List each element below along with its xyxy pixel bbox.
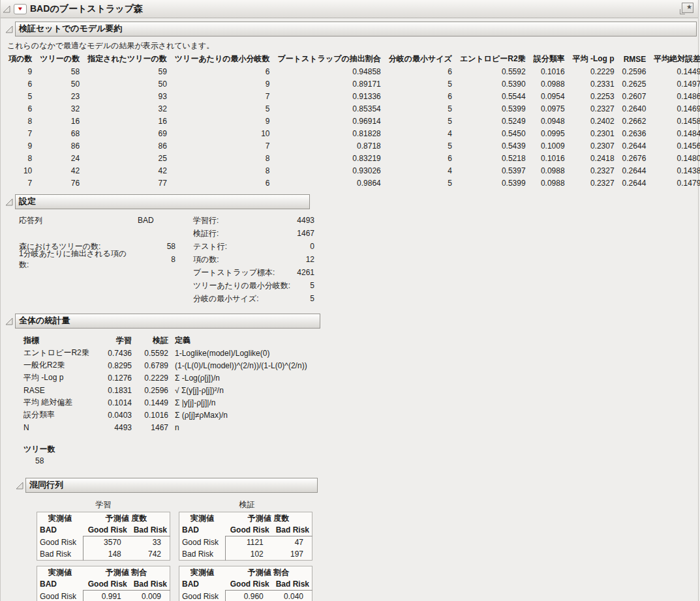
section-header-settings[interactable]: 設定 — [15, 194, 310, 209]
red-triangle-menu-button[interactable]: ▼ — [14, 4, 27, 14]
star-icon: ★ — [686, 3, 692, 10]
bookmark-button[interactable]: ★ — [678, 3, 694, 15]
cell: N — [22, 421, 98, 433]
cell: 0.5218 — [456, 152, 530, 164]
cell: 1121 — [225, 536, 272, 549]
cell: 0.5249 — [456, 115, 530, 127]
column-header: 定義 — [170, 334, 309, 347]
train-group-label: 学習 — [37, 499, 170, 510]
column-header: ツリーの数 — [36, 53, 84, 65]
column-header: 学習 — [98, 334, 133, 347]
cell: 8 — [5, 115, 36, 127]
column-header: ツリーあたりの最小分岐数 — [171, 53, 274, 65]
cell: 9 — [171, 78, 274, 90]
cell: 0.1486 — [650, 90, 700, 102]
column-header: 平均 -Log p — [569, 53, 618, 65]
column-header: Bad Risk — [272, 524, 312, 536]
setting-value: BAD — [136, 216, 175, 225]
cell: 6 — [385, 90, 456, 102]
confusion-table-train-rates: 実測値 予測値 割合 BAD Good Risk Bad Risk Good R… — [37, 566, 170, 601]
tree-count-label: ツリー数 — [23, 444, 698, 456]
table-row: Good Risk 0.991 0.009 — [37, 591, 170, 601]
cell: 4 — [385, 164, 456, 177]
section-row-confusion: 混同行列 — [1, 478, 698, 493]
table-row: 5 23 93 7 0.91336 6 0.5544 0.0954 0.2253… — [5, 90, 700, 102]
cell: 59 — [84, 65, 171, 78]
cell: 0.83219 — [274, 152, 385, 164]
cell: 197 — [272, 548, 312, 561]
cell: 6 — [171, 65, 274, 78]
table-row: RASE 0.1831 0.2596 √ Σ(y[j]-ρ[j])²/n — [22, 384, 309, 396]
cell: 148 — [83, 548, 130, 561]
actual-header: 実測値 — [179, 512, 226, 525]
cell: 0.991 — [83, 591, 130, 601]
outline-titlebar: ▼ BADのブートストラップ森 ★ — [1, 0, 698, 18]
cell: 5 — [385, 139, 456, 152]
cell: 0.1009 — [530, 139, 569, 152]
cell: 102 — [225, 548, 272, 561]
cell: 0.2596 — [618, 65, 650, 78]
cell: 0.2402 — [569, 115, 618, 127]
column-header: 指標 — [22, 334, 98, 347]
cell: 0.8718 — [274, 139, 385, 152]
cell: 0.2644 — [618, 177, 650, 189]
cell: 0.0403 — [98, 409, 133, 421]
cell: 0.1016 — [133, 409, 170, 421]
column-header: Good Risk — [225, 524, 272, 536]
cell: 5 — [5, 90, 36, 102]
settings-panel: 応答列 BAD 森におけるツリーの数: 58 1分岐あたりに抽出される項の数: … — [19, 214, 698, 305]
cell: 0.2607 — [618, 90, 650, 102]
cell: 0.0988 — [530, 177, 569, 189]
cell: 誤分類率 — [22, 409, 98, 421]
cell: 0.89171 — [274, 78, 385, 90]
confusion-rates-row: 実測値 予測値 割合 BAD Good Risk Bad Risk Good R… — [37, 566, 698, 601]
cell: 0.0948 — [530, 115, 569, 127]
disclosure-open-icon[interactable] — [16, 482, 23, 490]
setting-label: 学習行: — [193, 215, 292, 226]
section-header-confusion[interactable]: 混同行列 — [25, 478, 318, 493]
cell: 0.0975 — [530, 102, 569, 115]
section-header-overall-stats[interactable]: 全体の統計量 — [15, 314, 320, 329]
settings-left-column: 応答列 BAD 森におけるツリーの数: 58 1分岐あたりに抽出される項の数: … — [19, 214, 175, 305]
table-row: 誤分類率 0.0403 0.1016 Σ (ρ[j]≠ρMax)/n — [22, 409, 309, 421]
cell: 6 — [385, 152, 456, 164]
confusion-subheader-row: BAD Good Risk Bad Risk — [179, 578, 312, 591]
row-label: Bad Risk — [179, 548, 226, 561]
table-row: 7 68 69 10 0.81828 4 0.5450 0.0995 0.230… — [5, 127, 700, 139]
cell: 0.93026 — [274, 164, 385, 177]
model-summary-table: 項の数 ツリーの数 指定されたツリーの数 ツリーあたりの最小分岐数 ブートストラ… — [5, 53, 700, 189]
cell: 0.1480 — [650, 152, 700, 164]
table-row: 6 32 32 5 0.85354 5 0.5399 0.0975 0.2327… — [5, 102, 700, 115]
response-name: BAD — [37, 578, 84, 591]
setting-item: 分岐の最小サイズ: 5 — [193, 292, 314, 305]
confusion-counts-row: 実測値 予測値 度数 BAD Good Risk Bad Risk Good R… — [37, 512, 698, 561]
cell: 0.1456 — [650, 139, 700, 152]
column-header: Good Risk — [83, 578, 130, 591]
disclosure-open-icon[interactable] — [3, 5, 10, 13]
predicted-header: 予測値 度数 — [83, 512, 170, 525]
predicted-header: 予測値 割合 — [225, 566, 312, 579]
setting-value: 5 — [292, 281, 314, 290]
column-header: Bad Risk — [130, 578, 170, 591]
cell: 0.1449 — [133, 396, 170, 409]
row-label: Bad Risk — [37, 548, 84, 561]
cell: 0.2229 — [569, 65, 618, 78]
setting-value: 8 — [136, 255, 175, 264]
cell: 69 — [84, 127, 171, 139]
table-row: Bad Risk 148 742 — [37, 548, 170, 561]
section-header-model-summary[interactable]: 検証セットでのモデル要約 — [15, 22, 697, 37]
table-row: Bad Risk 102 197 — [179, 548, 312, 561]
cell: RASE — [22, 384, 98, 396]
row-label: Good Risk — [37, 536, 84, 549]
response-name: BAD — [37, 524, 84, 536]
actual-header: 実測値 — [37, 512, 84, 525]
disclosure-open-icon[interactable] — [5, 198, 13, 206]
cell: 3570 — [83, 536, 130, 549]
disclosure-open-icon[interactable] — [5, 25, 13, 33]
setting-value: 4493 — [292, 216, 314, 225]
disclosure-open-icon[interactable] — [5, 317, 13, 325]
confusion-header-row: 実測値 予測値 度数 — [37, 512, 170, 525]
cell: 9 — [171, 115, 274, 127]
tree-count-block: ツリー数 58 — [23, 444, 698, 469]
cell: 23 — [36, 90, 84, 102]
